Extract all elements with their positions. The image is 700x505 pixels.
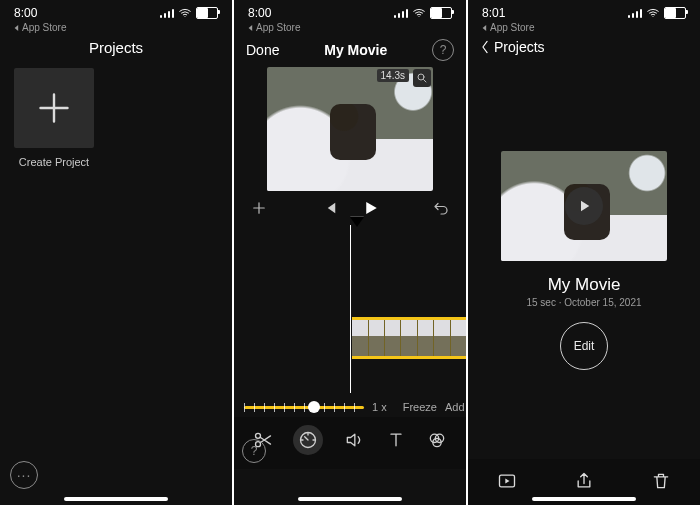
help-button[interactable]: ?: [432, 39, 454, 61]
svg-point-0: [418, 74, 424, 80]
volume-icon: [344, 430, 364, 450]
text-icon: [386, 430, 406, 450]
back-label: Projects: [494, 39, 545, 55]
status-time: 8:00: [248, 6, 271, 20]
back-to-app-label: App Store: [256, 22, 300, 33]
edit-label: Edit: [574, 339, 595, 353]
project-subtitle: 15 sec · October 15, 2021: [468, 297, 700, 308]
back-to-app[interactable]: App Store: [234, 22, 466, 33]
back-button[interactable]: Projects: [468, 33, 700, 61]
status-bar: 8:01: [468, 0, 700, 22]
back-to-app-label: App Store: [490, 22, 534, 33]
back-to-app-label: App Store: [22, 22, 66, 33]
battery-icon: [430, 7, 452, 19]
edit-button[interactable]: Edit: [560, 322, 608, 370]
speed-slider[interactable]: [244, 406, 364, 409]
signal-icon: [394, 8, 408, 18]
battery-icon: [664, 7, 686, 19]
playhead[interactable]: [350, 225, 351, 393]
preview-frame: [267, 67, 433, 191]
svg-point-1: [255, 433, 260, 438]
screen-editor: 8:00 App Store Done My Movie ? 14.3s: [234, 0, 468, 505]
help-button[interactable]: ?: [242, 439, 266, 463]
plus-icon: [36, 90, 72, 126]
status-time: 8:00: [14, 6, 37, 20]
status-bar: 8:00: [0, 0, 232, 22]
chevron-left-icon: [480, 40, 490, 54]
editor-toolbar: [234, 417, 466, 469]
home-indicator[interactable]: [298, 497, 402, 501]
home-indicator[interactable]: [64, 497, 168, 501]
titles-tool[interactable]: [385, 429, 407, 451]
timeline[interactable]: [234, 225, 466, 393]
filters-icon: [427, 430, 447, 450]
status-time: 8:01: [482, 6, 505, 20]
play-button[interactable]: [565, 187, 603, 225]
freeze-button[interactable]: Freeze: [403, 401, 437, 413]
speed-controls: 1 x Freeze Add Reset: [234, 393, 466, 417]
preview-viewport[interactable]: 14.3s: [267, 67, 433, 191]
projects-title: Projects: [0, 39, 232, 56]
wifi-icon: [646, 6, 660, 20]
filters-tool[interactable]: [426, 429, 448, 451]
status-indicators: [394, 6, 452, 20]
wifi-icon: [412, 6, 426, 20]
project-title: My Movie: [468, 275, 700, 295]
play-icon: [575, 197, 593, 215]
play-movie-button[interactable]: [497, 471, 517, 491]
status-indicators: [160, 6, 218, 20]
create-project-button[interactable]: [14, 68, 94, 148]
status-bar: 8:00: [234, 0, 466, 22]
battery-icon: [196, 7, 218, 19]
play-button[interactable]: [361, 199, 379, 217]
skip-to-start-button[interactable]: [321, 199, 339, 217]
duration-badge: 14.3s: [377, 69, 409, 82]
status-indicators: [628, 6, 686, 20]
screen-projects: 8:00 App Store Projects Create Project ·…: [0, 0, 234, 505]
back-to-app[interactable]: App Store: [468, 22, 700, 33]
more-options-button[interactable]: ···: [10, 461, 38, 489]
magnifier-icon: [416, 72, 428, 84]
screen-project-detail: 8:01 App Store Projects My Movie 15 sec …: [468, 0, 700, 505]
undo-button[interactable]: [432, 199, 450, 217]
create-project-label: Create Project: [14, 156, 94, 168]
speedometer-icon: [298, 430, 318, 450]
signal-icon: [628, 8, 642, 18]
add-freeze-button[interactable]: Add: [445, 401, 465, 413]
delete-button[interactable]: [651, 471, 671, 491]
project-thumbnail[interactable]: [501, 151, 667, 261]
signal-icon: [160, 8, 174, 18]
volume-tool[interactable]: [343, 429, 365, 451]
add-media-button[interactable]: [250, 199, 268, 217]
done-button[interactable]: Done: [246, 42, 279, 58]
speed-readout: 1 x: [372, 401, 387, 413]
speed-tool[interactable]: [293, 425, 323, 455]
share-button[interactable]: [574, 471, 594, 491]
zoom-button[interactable]: [413, 69, 431, 87]
wifi-icon: [178, 6, 192, 20]
back-to-app[interactable]: App Store: [0, 22, 232, 33]
movie-title: My Movie: [324, 42, 387, 58]
timeline-clip[interactable]: [352, 317, 466, 359]
home-indicator[interactable]: [532, 497, 636, 501]
playhead-marker-icon: [350, 217, 364, 227]
